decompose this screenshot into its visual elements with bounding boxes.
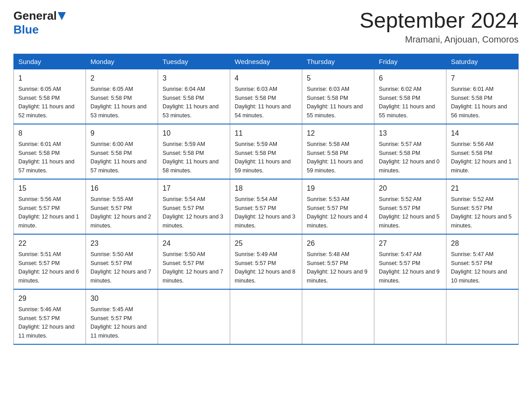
day-info: Sunrise: 5:47 AMSunset: 5:57 PMDaylight:… [379, 251, 440, 284]
weekday-header-sunday: Sunday [14, 54, 86, 69]
calendar-cell: 28 Sunrise: 5:47 AMSunset: 5:57 PMDaylig… [446, 234, 519, 289]
calendar-cell [374, 289, 446, 344]
weekday-header-monday: Monday [86, 54, 158, 69]
calendar-cell: 18 Sunrise: 5:54 AMSunset: 5:57 PMDaylig… [230, 179, 302, 234]
calendar-cell: 13 Sunrise: 5:57 AMSunset: 5:58 PMDaylig… [374, 124, 446, 179]
calendar-cell: 8 Sunrise: 6:01 AMSunset: 5:58 PMDayligh… [14, 124, 86, 179]
calendar-cell: 14 Sunrise: 5:56 AMSunset: 5:58 PMDaylig… [446, 124, 519, 179]
calendar-cell: 27 Sunrise: 5:47 AMSunset: 5:57 PMDaylig… [374, 234, 446, 289]
day-number: 15 [18, 183, 81, 194]
day-info: Sunrise: 6:05 AMSunset: 5:58 PMDaylight:… [90, 86, 146, 119]
week-row-1: 1 Sunrise: 6:05 AMSunset: 5:58 PMDayligh… [14, 69, 519, 124]
day-info: Sunrise: 6:00 AMSunset: 5:58 PMDaylight:… [90, 141, 146, 174]
day-info: Sunrise: 6:01 AMSunset: 5:58 PMDaylight:… [18, 141, 74, 174]
calendar-cell: 25 Sunrise: 5:49 AMSunset: 5:57 PMDaylig… [230, 234, 302, 289]
day-info: Sunrise: 5:51 AMSunset: 5:57 PMDaylight:… [18, 251, 79, 284]
day-number: 1 [18, 73, 81, 84]
day-info: Sunrise: 5:52 AMSunset: 5:57 PMDaylight:… [451, 196, 512, 229]
calendar-cell: 29 Sunrise: 5:46 AMSunset: 5:57 PMDaylig… [14, 289, 86, 344]
calendar-cell: 30 Sunrise: 5:45 AMSunset: 5:57 PMDaylig… [86, 289, 158, 344]
calendar-cell: 10 Sunrise: 5:59 AMSunset: 5:58 PMDaylig… [158, 124, 230, 179]
calendar-cell: 12 Sunrise: 5:58 AMSunset: 5:58 PMDaylig… [302, 124, 374, 179]
day-number: 13 [379, 128, 442, 139]
weekday-header-tuesday: Tuesday [158, 54, 230, 69]
day-number: 2 [90, 73, 153, 84]
calendar-cell: 22 Sunrise: 5:51 AMSunset: 5:57 PMDaylig… [14, 234, 86, 289]
day-info: Sunrise: 6:03 AMSunset: 5:58 PMDaylight:… [235, 86, 291, 119]
location-subtitle: Mramani, Anjouan, Comoros [360, 34, 519, 45]
day-number: 30 [90, 293, 153, 304]
day-info: Sunrise: 5:57 AMSunset: 5:58 PMDaylight:… [379, 141, 440, 174]
day-info: Sunrise: 5:56 AMSunset: 5:57 PMDaylight:… [18, 196, 79, 229]
day-number: 22 [18, 238, 81, 249]
day-number: 24 [163, 238, 225, 249]
day-info: Sunrise: 5:58 AMSunset: 5:58 PMDaylight:… [307, 141, 363, 174]
day-info: Sunrise: 6:01 AMSunset: 5:58 PMDaylight:… [451, 86, 507, 119]
day-info: Sunrise: 5:59 AMSunset: 5:58 PMDaylight:… [235, 141, 291, 174]
calendar-cell: 7 Sunrise: 6:01 AMSunset: 5:58 PMDayligh… [446, 69, 519, 124]
day-info: Sunrise: 5:54 AMSunset: 5:57 PMDaylight:… [163, 196, 223, 229]
day-number: 19 [307, 183, 369, 194]
calendar-cell: 24 Sunrise: 5:50 AMSunset: 5:57 PMDaylig… [158, 234, 230, 289]
day-number: 26 [307, 238, 369, 249]
logo: General Blue [13, 9, 66, 37]
calendar-cell: 21 Sunrise: 5:52 AMSunset: 5:57 PMDaylig… [446, 179, 519, 234]
calendar-cell [302, 289, 374, 344]
day-info: Sunrise: 5:49 AMSunset: 5:57 PMDaylight:… [235, 251, 296, 284]
calendar-cell: 2 Sunrise: 6:05 AMSunset: 5:58 PMDayligh… [86, 69, 158, 124]
day-number: 12 [307, 128, 369, 139]
calendar-cell: 17 Sunrise: 5:54 AMSunset: 5:57 PMDaylig… [158, 179, 230, 234]
calendar-cell: 6 Sunrise: 6:02 AMSunset: 5:58 PMDayligh… [374, 69, 446, 124]
title-block: September 2024 Mramani, Anjouan, Comoros [360, 9, 519, 45]
day-number: 9 [90, 128, 153, 139]
calendar-cell: 16 Sunrise: 5:55 AMSunset: 5:57 PMDaylig… [86, 179, 158, 234]
calendar-cell: 9 Sunrise: 6:00 AMSunset: 5:58 PMDayligh… [86, 124, 158, 179]
weekday-header-wednesday: Wednesday [230, 54, 302, 69]
day-info: Sunrise: 6:05 AMSunset: 5:58 PMDaylight:… [18, 86, 74, 119]
week-row-4: 22 Sunrise: 5:51 AMSunset: 5:57 PMDaylig… [14, 234, 519, 289]
day-number: 8 [18, 128, 81, 139]
day-info: Sunrise: 5:56 AMSunset: 5:58 PMDaylight:… [451, 141, 512, 174]
day-number: 27 [379, 238, 442, 249]
day-info: Sunrise: 5:50 AMSunset: 5:57 PMDaylight:… [90, 251, 151, 284]
day-info: Sunrise: 5:47 AMSunset: 5:57 PMDaylight:… [451, 251, 507, 284]
month-year-title: September 2024 [360, 9, 519, 33]
day-number: 11 [235, 128, 297, 139]
day-number: 21 [451, 183, 514, 194]
day-number: 25 [235, 238, 297, 249]
day-info: Sunrise: 6:02 AMSunset: 5:58 PMDaylight:… [379, 86, 435, 119]
calendar-cell: 26 Sunrise: 5:48 AMSunset: 5:57 PMDaylig… [302, 234, 374, 289]
day-info: Sunrise: 5:52 AMSunset: 5:57 PMDaylight:… [379, 196, 440, 229]
calendar-cell: 20 Sunrise: 5:52 AMSunset: 5:57 PMDaylig… [374, 179, 446, 234]
week-row-3: 15 Sunrise: 5:56 AMSunset: 5:57 PMDaylig… [14, 179, 519, 234]
calendar-cell: 11 Sunrise: 5:59 AMSunset: 5:58 PMDaylig… [230, 124, 302, 179]
day-number: 6 [379, 73, 442, 84]
week-row-2: 8 Sunrise: 6:01 AMSunset: 5:58 PMDayligh… [14, 124, 519, 179]
calendar-cell: 19 Sunrise: 5:53 AMSunset: 5:57 PMDaylig… [302, 179, 374, 234]
day-info: Sunrise: 5:55 AMSunset: 5:57 PMDaylight:… [90, 196, 151, 229]
weekday-header-friday: Friday [374, 54, 446, 69]
day-number: 3 [163, 73, 225, 84]
day-number: 4 [235, 73, 297, 84]
calendar-cell [446, 289, 519, 344]
day-info: Sunrise: 5:48 AMSunset: 5:57 PMDaylight:… [307, 251, 368, 284]
day-number: 17 [163, 183, 225, 194]
day-number: 29 [18, 293, 81, 304]
day-number: 5 [307, 73, 369, 84]
calendar-cell [230, 289, 302, 344]
day-number: 7 [451, 73, 514, 84]
logo-general: General [13, 9, 57, 23]
weekday-header-saturday: Saturday [446, 54, 519, 69]
day-number: 28 [451, 238, 514, 249]
logo-triangle-icon [58, 12, 66, 20]
day-info: Sunrise: 5:59 AMSunset: 5:58 PMDaylight:… [163, 141, 219, 174]
day-number: 20 [379, 183, 442, 194]
day-number: 10 [163, 128, 225, 139]
day-info: Sunrise: 6:04 AMSunset: 5:58 PMDaylight:… [163, 86, 219, 119]
calendar-cell [158, 289, 230, 344]
svg-marker-0 [58, 12, 66, 20]
week-row-5: 29 Sunrise: 5:46 AMSunset: 5:57 PMDaylig… [14, 289, 519, 344]
weekday-header-row: SundayMondayTuesdayWednesdayThursdayFrid… [14, 54, 519, 69]
calendar-cell: 5 Sunrise: 6:03 AMSunset: 5:58 PMDayligh… [302, 69, 374, 124]
day-number: 14 [451, 128, 514, 139]
